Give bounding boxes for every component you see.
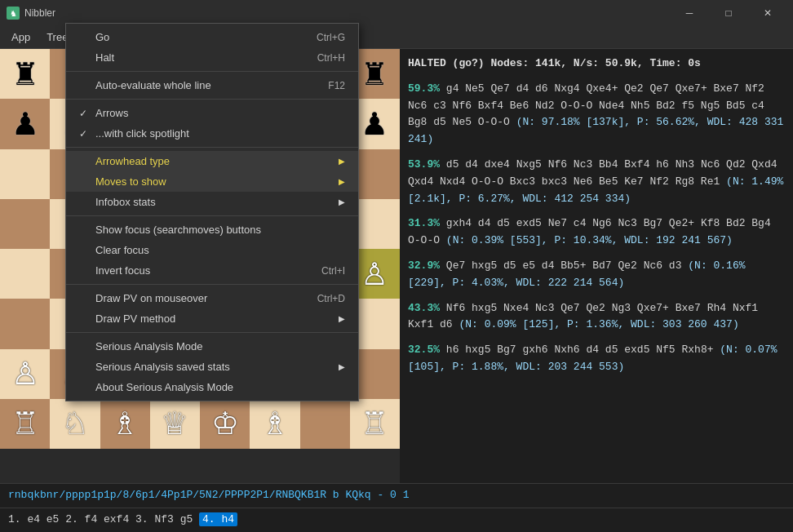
arrows-check: ✓ <box>79 108 92 119</box>
board-cell[interactable]: ♘ <box>50 399 100 449</box>
board-cell[interactable]: ♔ <box>200 399 250 449</box>
board-cell[interactable]: ♖ <box>350 399 400 449</box>
menu-show-focus[interactable]: Show focus (searchmoves) buttons <box>66 219 358 240</box>
board-cell[interactable] <box>300 399 350 449</box>
board-cell[interactable]: ♗ <box>250 399 299 449</box>
board-cell[interactable] <box>0 249 50 299</box>
analysis-line: 43.3% Nf6 hxg5 Nxe4 Nc3 Qe7 Qe2 Ng3 Qxe7… <box>408 300 785 335</box>
analysis-lines: 59.3% g4 Ne5 Qe7 d4 d6 Nxg4 Qxe4+ Qe2 Qe… <box>408 81 785 376</box>
menu-auto-evaluate[interactable]: Auto-evaluate whole line F12 <box>66 75 358 95</box>
divider-1 <box>66 71 358 72</box>
menu-arrows[interactable]: ✓ Arrows <box>66 103 358 123</box>
analysis-line: 32.5% h6 hxg5 Bg7 gxh6 Nxh6 d4 d5 exd5 N… <box>408 342 785 376</box>
app-icon: ♞ <box>7 7 20 20</box>
current-move: 4. h4 <box>199 512 237 526</box>
menu-click-spotlight[interactable]: ✓ ...with click spotlight <box>66 123 358 144</box>
divider-2 <box>66 99 358 100</box>
spotlight-check: ✓ <box>79 128 92 140</box>
close-button[interactable]: ✕ <box>749 0 786 26</box>
board-cell[interactable]: ♖ <box>0 399 50 449</box>
menu-draw-pv-method[interactable]: Draw PV method ▶ <box>66 308 358 329</box>
board-cell[interactable] <box>0 149 50 199</box>
analysis-dropdown: Go Ctrl+G Halt Ctrl+H Auto-evaluate whol… <box>65 23 359 401</box>
board-cell[interactable] <box>0 299 50 348</box>
divider-3 <box>66 147 358 148</box>
menu-infobox-stats[interactable]: Infobox stats ▶ <box>66 192 358 212</box>
menu-serious-mode[interactable]: Serious Analysis Mode <box>66 336 358 357</box>
arrowhead-submenu-arrow: ▶ <box>339 157 345 166</box>
board-cell[interactable]: ♟ <box>0 99 50 149</box>
menu-go[interactable]: Go Ctrl+G <box>66 27 358 47</box>
menu-draw-pv[interactable]: Draw PV on mouseover Ctrl+D <box>66 288 358 308</box>
fen-bar: rnbqkbnr/pppp1p1p/8/6p1/4Pp1P/5N2/PPPP2P… <box>0 483 793 508</box>
board-cell[interactable]: ♙ <box>0 349 50 399</box>
halted-line: HALTED (go?) Nodes: 141k, N/s: 50.9k, Ti… <box>408 55 785 73</box>
moves-submenu-arrow: ▶ <box>339 177 345 186</box>
menu-clear-focus[interactable]: Clear focus <box>66 240 358 260</box>
move-bar: 1. e4 e5 2. f4 exf4 3. Nf3 g5 4. h4 <box>0 508 793 532</box>
divider-4 <box>66 215 358 216</box>
window-controls: ─ □ ✕ <box>671 0 786 26</box>
board-cell[interactable]: ♗ <box>100 399 150 449</box>
board-cell[interactable]: ♕ <box>150 399 200 449</box>
board-cell[interactable] <box>0 199 50 249</box>
analysis-line: 31.3% gxh4 d4 d5 exd5 Ne7 c4 Ng6 Nc3 Bg7… <box>408 215 785 250</box>
menu-app[interactable]: App <box>3 28 38 47</box>
pv-method-arrow: ▶ <box>339 314 345 323</box>
serious-stats-arrow: ▶ <box>339 362 345 371</box>
board-cell[interactable]: ♜ <box>0 49 50 99</box>
menu-arrowhead-type[interactable]: Arrowhead type ▶ <box>66 151 358 171</box>
menu-invert-focus[interactable]: Invert focus Ctrl+I <box>66 260 358 281</box>
menu-about-serious[interactable]: About Serious Analysis Mode <box>66 377 358 397</box>
analysis-panel: HALTED (go?) Nodes: 141k, N/s: 50.9k, Ti… <box>400 49 793 483</box>
divider-5 <box>66 284 358 285</box>
move-line-text: 1. e4 e5 2. f4 exf4 3. Nf3 g5 <box>8 513 199 525</box>
menu-moves-to-show[interactable]: Moves to show ▶ <box>66 171 358 192</box>
app-title: Nibbler <box>24 7 671 19</box>
minimize-button[interactable]: ─ <box>671 0 708 26</box>
infobox-submenu-arrow: ▶ <box>339 197 345 206</box>
analysis-line: 59.3% g4 Ne5 Qe7 d4 d6 Nxg4 Qxe4+ Qe2 Qe… <box>408 81 785 149</box>
divider-6 <box>66 332 358 333</box>
menu-halt[interactable]: Halt Ctrl+H <box>66 47 358 68</box>
menu-serious-stats[interactable]: Serious Analysis saved stats ▶ <box>66 357 358 377</box>
analysis-line: 32.9% Qe7 hxg5 d5 e5 d4 Bb5+ Bd7 Qe2 Nc6… <box>408 258 785 292</box>
analysis-line: 53.9% d5 d4 dxe4 Nxg5 Nf6 Nc3 Bb4 Bxf4 h… <box>408 157 785 207</box>
maximize-button[interactable]: □ <box>710 0 747 26</box>
